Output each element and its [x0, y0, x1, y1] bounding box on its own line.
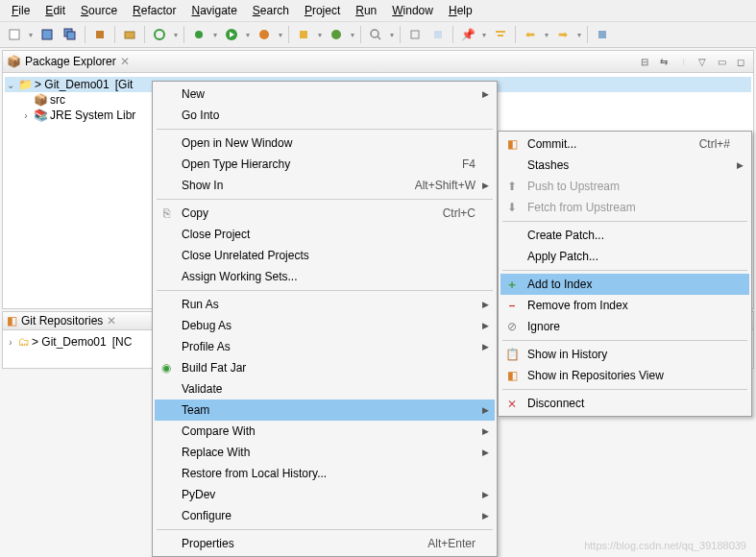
expand-arrow-icon[interactable]: › [5, 337, 16, 348]
menu-help[interactable]: Help [441, 2, 480, 19]
maximize-icon[interactable]: ◻ [732, 53, 749, 70]
menu-create-patch[interactable]: Create Patch... [500, 225, 749, 246]
menu-configure[interactable]: Configure▶ [155, 505, 495, 526]
menu-run[interactable]: Run [348, 2, 384, 19]
context-menu-project: New▶ Go Into Open in New Window Open Typ… [152, 81, 498, 557]
menu-show-repo-view[interactable]: ◧Show in Repositories View [500, 365, 749, 386]
filter-icon[interactable]: ⁝ [674, 53, 692, 70]
minimize-icon[interactable]: ▭ [713, 53, 730, 70]
menu-build-fat-jar[interactable]: ◉Build Fat Jar [155, 357, 495, 378]
menu-copy[interactable]: ⎘CopyCtrl+C [155, 203, 495, 224]
refresh-icon[interactable] [149, 24, 170, 45]
submenu-arrow-icon: ▶ [482, 426, 489, 436]
menu-navigate[interactable]: Navigate [183, 2, 244, 19]
save-all-icon[interactable] [60, 24, 81, 45]
src-folder-icon: 📦 [34, 93, 48, 107]
close-view-icon[interactable]: ✕ [107, 314, 116, 327]
svg-rect-18 [498, 35, 503, 36]
menu-open-type-hierarchy[interactable]: Open Type HierarchyF4 [155, 154, 495, 175]
menu-apply-patch[interactable]: Apply Patch... [500, 246, 749, 267]
menu-run-as[interactable]: Run As▶ [155, 294, 495, 315]
link-editor-icon[interactable]: ⇆ [655, 53, 672, 70]
toggle-icon[interactable] [427, 24, 449, 45]
repo-view-icon: ◧ [504, 368, 520, 383]
menu-close-project[interactable]: Close Project [155, 224, 495, 245]
search-icon[interactable] [365, 24, 386, 45]
menu-compare-with[interactable]: Compare With▶ [155, 421, 495, 442]
back-icon[interactable]: ⬅ [520, 24, 541, 45]
run-icon[interactable] [221, 24, 242, 45]
panel-title-text: Package Explorer [25, 55, 116, 68]
menu-show-history[interactable]: 📋Show in History [500, 344, 749, 365]
dropdown-icon[interactable]: ▾ [211, 24, 219, 45]
repo-icon: 🗂 [18, 335, 30, 349]
menu-debug-as[interactable]: Debug As▶ [155, 315, 495, 336]
menu-profile-as[interactable]: Profile As▶ [155, 336, 495, 357]
package-icon[interactable] [119, 24, 140, 45]
menu-go-into[interactable]: Go Into [155, 105, 495, 126]
repo-suffix: [NC [112, 335, 133, 349]
menu-replace-with[interactable]: Replace With▶ [155, 442, 495, 463]
dropdown-icon[interactable]: ▾ [575, 24, 583, 45]
menu-open-new-window[interactable]: Open in New Window [155, 133, 495, 154]
minus-icon: － [504, 298, 520, 313]
debug-icon[interactable] [188, 24, 209, 45]
menu-properties[interactable]: PropertiesAlt+Enter [155, 533, 495, 554]
dropdown-icon[interactable]: ▾ [277, 24, 284, 45]
menu-show-in[interactable]: Show InAlt+Shift+W▶ [155, 175, 495, 196]
save-icon[interactable] [37, 24, 58, 45]
new-java-icon[interactable] [293, 24, 314, 45]
git-icon: ◧ [7, 314, 17, 327]
forward-icon[interactable]: ➡ [552, 24, 573, 45]
dropdown-icon[interactable]: ▾ [27, 24, 35, 45]
submenu-arrow-icon: ▶ [482, 448, 489, 457]
run-last-icon[interactable] [254, 24, 275, 45]
commit-icon: ◧ [504, 136, 520, 152]
pin-icon[interactable]: 📌 [457, 24, 478, 45]
menu-stashes[interactable]: Stashes▶ [500, 155, 749, 176]
menu-edit[interactable]: Edit [37, 2, 73, 19]
svg-rect-16 [434, 31, 442, 38]
dropdown-icon[interactable]: ▾ [172, 24, 180, 45]
menu-disconnect[interactable]: ⨯Disconnect [500, 393, 749, 414]
dropdown-icon[interactable]: ▾ [316, 24, 324, 45]
filter-icon[interactable] [490, 24, 511, 45]
menu-ignore[interactable]: ⊘Ignore [500, 316, 749, 337]
expand-arrow-icon[interactable]: ⌄ [5, 80, 16, 90]
dropdown-icon[interactable]: ▾ [480, 24, 488, 45]
menu-project[interactable]: Project [297, 2, 348, 19]
menu-refactor[interactable]: Refactor [125, 2, 183, 19]
menu-window[interactable]: Window [384, 2, 441, 19]
menu-team[interactable]: Team▶ [155, 400, 495, 421]
history-icon: 📋 [504, 347, 520, 362]
svg-rect-15 [411, 31, 419, 38]
tool-icon[interactable] [592, 24, 613, 45]
menu-search[interactable]: Search [245, 2, 297, 19]
toggle-icon[interactable] [404, 24, 426, 45]
library-icon: 📚 [34, 109, 48, 122]
menu-remove-from-index[interactable]: －Remove from Index [500, 295, 749, 316]
build-icon[interactable] [89, 24, 110, 45]
menu-assign-working-sets[interactable]: Assign Working Sets... [155, 266, 495, 287]
new-class-icon[interactable] [326, 24, 347, 45]
submenu-arrow-icon: ▶ [482, 342, 489, 351]
expand-arrow-icon[interactable]: › [20, 110, 32, 121]
dropdown-icon[interactable]: ▾ [349, 24, 356, 45]
view-menu-icon[interactable]: ▽ [694, 53, 711, 70]
menu-file[interactable]: File [4, 2, 37, 19]
dropdown-icon[interactable]: ▾ [543, 24, 550, 45]
menu-add-to-index[interactable]: ＋Add to Index [500, 274, 749, 295]
menu-new[interactable]: New▶ [155, 84, 495, 105]
menu-close-unrelated[interactable]: Close Unrelated Projects [155, 245, 495, 266]
dropdown-icon[interactable]: ▾ [388, 24, 396, 45]
close-view-icon[interactable]: ✕ [120, 55, 130, 68]
menu-pydev[interactable]: PyDev▶ [155, 484, 495, 505]
menu-validate[interactable]: Validate [155, 378, 495, 400]
menu-restore-history[interactable]: Restore from Local History... [155, 463, 495, 484]
new-icon[interactable] [4, 24, 25, 45]
menu-source[interactable]: Source [73, 2, 125, 19]
dropdown-icon[interactable]: ▾ [244, 24, 252, 45]
jar-icon: ◉ [159, 360, 174, 375]
collapse-all-icon[interactable]: ⊟ [636, 53, 653, 70]
menu-commit[interactable]: ◧Commit...Ctrl+# [500, 133, 749, 155]
